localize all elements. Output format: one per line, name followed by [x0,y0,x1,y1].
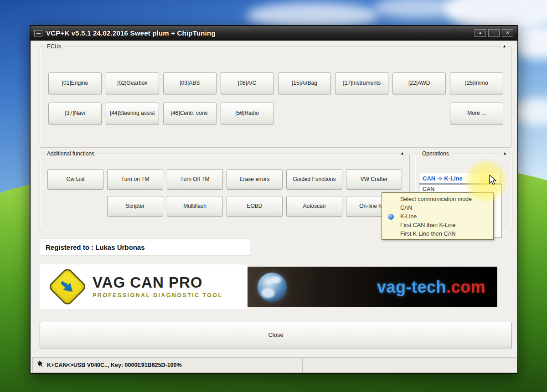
logo-title: VAG CAN PRO [93,275,223,290]
ecu-button-engine[interactable]: [01]Engine [48,72,102,94]
close-window-button[interactable]: ✕ [502,29,513,37]
website-name: vag-tech [377,278,446,296]
turn-on-tm-button[interactable]: Turn on TM [107,169,163,190]
status-segment-empty [303,358,517,372]
status-segment-connection: K+CAN<>USB V040C.., Key: 0000E91B625D-10… [33,358,303,372]
gw-list-button[interactable]: Gw List [47,169,103,190]
more-ecus-button[interactable]: More ... [450,103,503,124]
logo-subtitle: PROFESSIONAL DIAGNOSTIC TOOL [93,292,223,299]
ecu-button-airbag[interactable]: [15]AirBag [278,72,331,94]
globe-icon [258,273,287,302]
ecu-button-radio[interactable]: [56]Radio [221,103,274,124]
erase-errors-button[interactable]: Erase errors [227,169,283,190]
ecu-button-steering-assist[interactable]: [44]Steering assist [106,103,159,124]
app-window: VCP+K v5.5.1 24.02.2016 Sweet plum + Chi… [30,25,518,374]
multiflash-button[interactable]: Multiflash [167,196,223,217]
window-title: VCP+K v5.5.1 24.02.2016 Sweet plum + Chi… [46,29,216,37]
communication-mode-menu: Select communication mode CAN K-Line Fir… [382,192,494,240]
menu-option-kline[interactable]: K-Line [382,212,493,221]
registered-to-text: Registered to : Lukas Urbonas [40,238,250,256]
menu-title: Select communication mode [382,195,493,204]
minimize-button[interactable]: — [488,29,500,37]
vag-tech-banner: vag-tech.com [248,267,497,307]
menu-option-first-kline[interactable]: First K-Line then CAN [382,230,493,238]
window-up-button[interactable]: ▲ [475,29,486,37]
ecu-button-central-convenience[interactable]: [46]Centr. conv. [163,103,217,124]
client-area: ECUs ▲ [01]Engine [02]Gearbox [03]ABS [0… [31,41,517,373]
turn-off-tm-button[interactable]: Turn Off TM [167,169,223,190]
menu-option-first-can[interactable]: First CAN then K-Line [382,221,493,230]
ecus-group: ECUs ▲ [01]Engine [02]Gearbox [03]ABS [0… [40,46,512,148]
communication-mode-combobox[interactable]: CAN -> K-Line [419,173,501,184]
vw-crafter-button[interactable]: VW Crafter [346,169,402,190]
operations-collapse-icon[interactable]: ▲ [501,151,508,155]
guided-functions-button[interactable]: Guided Functions [286,169,342,190]
operations-group-label: Operations [420,150,451,157]
close-button[interactable]: Close [40,322,512,348]
additional-functions-collapse-icon[interactable]: ▲ [399,151,406,155]
ecu-button-awd[interactable]: [22]AWD [392,72,446,94]
ecus-group-label: ECUs [45,43,63,50]
title-bar[interactable]: VCP+K v5.5.1 24.02.2016 Sweet plum + Chi… [31,26,517,41]
menu-option-can[interactable]: CAN [382,204,493,212]
status-bar: K+CAN<>USB V040C.., Key: 0000E91B625D-10… [32,357,517,373]
ecu-button-instruments[interactable]: [17]Instruments [335,72,388,94]
app-window-icon [34,30,42,36]
ecu-button-navi[interactable]: [37]Navi [48,103,102,124]
autoscan-button[interactable]: Autoscan [286,196,342,217]
selected-option-icon [388,214,394,220]
usb-plug-icon [37,361,44,370]
website-tld: .com [446,278,485,296]
status-text: K+CAN<>USB V040C.., Key: 0000E91B625D-10… [47,362,182,368]
vag-can-pro-logo: VAG CAN PRO PROFESSIONAL DIAGNOSTIC TOOL [40,264,248,309]
additional-functions-label: Additional functions [45,150,97,157]
website-text: vag-tech.com [377,278,485,297]
additional-functions-group: Additional functions ▲ Gw List Turn on T… [40,154,410,231]
ecu-button-gearbox[interactable]: [02]Gearbox [106,72,159,94]
ecu-button-ac[interactable]: [08]A/C [221,72,274,94]
scripter-button[interactable]: Scripter [107,196,163,217]
diamond-arrow-icon [47,267,88,307]
ecus-collapse-icon[interactable]: ▲ [501,44,508,48]
eobd-button[interactable]: EOBD [227,196,283,217]
ecu-button-immo[interactable]: [25]Immo [450,72,503,94]
ecu-button-abs[interactable]: [03]ABS [163,72,217,94]
